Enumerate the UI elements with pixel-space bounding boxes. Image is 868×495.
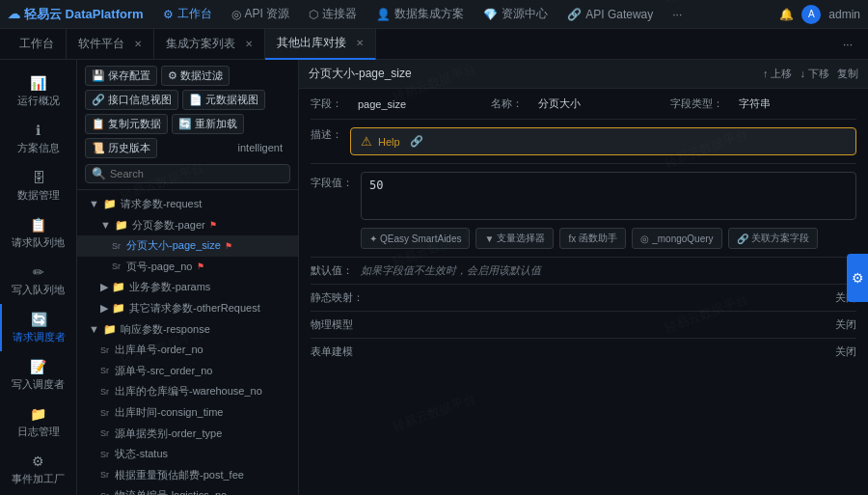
history-btn[interactable]: 📜 历史版本: [85, 138, 157, 158]
type-badge: Sr: [112, 239, 121, 253]
tree-node-request[interactable]: ▼ 📁 请求参数-request: [77, 194, 298, 215]
tab-close-warehouse[interactable]: ✕: [356, 38, 364, 48]
tree-node-pager[interactable]: ▼ 📁 分页参数-pager ⚑: [77, 215, 298, 236]
write-icon: ✏: [33, 264, 44, 281]
info-icon: ℹ: [36, 123, 41, 139]
logo-icon: ☁: [8, 7, 20, 21]
app-logo: ☁ 轻易云 DataPlatform: [8, 6, 144, 23]
copy-meta-btn[interactable]: 📋 复制元数据: [85, 114, 168, 134]
copy-icon: 📋: [92, 118, 105, 130]
queue-icon: 📋: [30, 217, 46, 234]
physics-value[interactable]: 关闭: [835, 317, 856, 332]
tab-more[interactable]: ···: [835, 38, 860, 51]
scheduler-icon: 🔄: [31, 312, 47, 328]
tab-other-warehouse[interactable]: 其他出库对接 ✕: [265, 29, 376, 60]
sidebar-item-log[interactable]: 📁 日志管理: [0, 399, 76, 446]
save-icon: 💾: [92, 69, 105, 82]
sidebar-item-write-queue[interactable]: ✏ 写入队列地: [0, 257, 76, 304]
nav-resource-center[interactable]: 💎 资源中心: [475, 4, 556, 24]
sidebar-item-write-scheduler[interactable]: 📝 写入调度者: [0, 351, 76, 399]
search-icon: 🔍: [92, 167, 106, 180]
sidebar-item-data-management[interactable]: 🗄 数据管理: [0, 162, 76, 209]
smart-aides-btn[interactable]: ✦ QEasy SmartAides: [361, 228, 470, 249]
tree-top-buttons: 💾 保存配置 ⚙ 数据过滤 🔗 接口信息视图 📄 元数据视图 📋 复: [85, 66, 290, 158]
field-info-row: 字段： page_size 名称： 分页大小 字段类型： 字符串: [299, 89, 868, 119]
nav-more[interactable]: ···: [665, 6, 690, 23]
link-icon: 🔗: [410, 135, 423, 148]
tree-node-order-no[interactable]: Sr 出库单号-order_no: [77, 340, 298, 361]
save-config-btn[interactable]: 💾 保存配置: [85, 66, 157, 86]
tree-node-logistics[interactable]: Sr 物流单编号-logistics_no: [77, 485, 298, 495]
desc-row: 描述： ⚠ Help 🔗: [299, 120, 868, 163]
type-label: 字段类型：: [670, 96, 723, 111]
settings-float-btn[interactable]: ⚙: [847, 254, 868, 302]
name-value: 分页大小: [538, 96, 656, 111]
value-row: 字段值： 50 ✦ QEasy SmartAides ▼ 支量选择器 fx 函数…: [299, 164, 868, 257]
tree-node-other-request[interactable]: ▶ 📁 其它请求参数-otherRequest: [77, 298, 298, 319]
sidebar-item-event[interactable]: ⚙ 事件加工厂: [0, 446, 76, 493]
sidebar-item-request-scheduler[interactable]: 🔄 请求调度者: [0, 304, 76, 351]
field-label: 字段：: [311, 96, 342, 111]
copy-field-btn[interactable]: 复制: [837, 67, 858, 81]
tree-node-page-no[interactable]: Sr 页号-page_no ⚑: [77, 257, 298, 278]
search-input[interactable]: [110, 168, 284, 179]
sidebar-item-request-queue[interactable]: 📋 请求队列地: [0, 209, 76, 257]
nav-connector[interactable]: ⬡ 连接器: [301, 4, 365, 24]
physics-toggle-row: 物理模型 关闭: [299, 312, 868, 338]
tree-node-post-fee[interactable]: Sr 根据重量预估邮费-post_fee: [77, 465, 298, 486]
avatar[interactable]: A: [801, 5, 821, 24]
nav-data-integration[interactable]: 👤 数据集成方案: [368, 4, 472, 24]
nav-api-gateway[interactable]: 🔗 API Gateway: [559, 6, 661, 23]
name-label: 名称：: [491, 96, 523, 111]
tab-software-platform[interactable]: 软件平台 ✕: [67, 29, 154, 60]
tree-node-src-order[interactable]: Sr 源单号-src_order_no: [77, 361, 298, 382]
field-actions: ↑ 上移 ↓ 下移 复制: [763, 67, 858, 81]
expand-icon-params: ▶: [100, 279, 108, 296]
tab-integration-list[interactable]: 集成方案列表 ✕: [154, 29, 265, 60]
meta-view-btn[interactable]: 📄 元数据视图: [182, 90, 265, 110]
data-integration-icon: 👤: [376, 8, 391, 21]
value-label: 字段值：: [311, 172, 353, 190]
static-toggle-row: 静态映射： 关闭: [299, 285, 868, 311]
value-textarea[interactable]: 50: [361, 172, 856, 220]
tree-node-response[interactable]: ▼ 📁 响应参数-response: [77, 319, 298, 341]
move-down-btn[interactable]: ↓ 下移: [800, 67, 829, 81]
tree-node-page-size[interactable]: Sr 分页大小-page_size ⚑: [77, 235, 298, 257]
selector-btn[interactable]: ▼ 支量选择器: [475, 228, 554, 249]
sidebar-item-overview[interactable]: 📊 运行概况: [0, 68, 76, 115]
interface-view-btn[interactable]: 🔗 接口信息视图: [85, 90, 178, 110]
intelligent-badge: intelligent: [231, 138, 290, 158]
connector-icon: ⬡: [309, 8, 318, 21]
nav-workbench[interactable]: ⚙ 工作台: [155, 4, 220, 24]
tab-workbench[interactable]: 工作台: [8, 29, 67, 60]
tree-node-consign-time[interactable]: Sr 出库时间-consign_time: [77, 402, 298, 424]
related-field-btn[interactable]: 🔗 关联方案字段: [728, 228, 818, 249]
reload-btn[interactable]: 🔄 重新加载: [172, 114, 244, 134]
log-icon: 📁: [30, 406, 46, 423]
nav-api-resource[interactable]: ◎ API 资源: [224, 4, 298, 24]
tree-node-order-type[interactable]: Sr 源单据类别-order_type: [77, 424, 298, 445]
flag-icon-pageno: ⚑: [197, 260, 204, 273]
logo-text: 轻易云 DataPlatform: [24, 6, 144, 23]
filter-icon: ⚙: [168, 69, 177, 82]
notification-icon[interactable]: 🔔: [779, 8, 794, 21]
tab-close-integration[interactable]: ✕: [245, 39, 253, 49]
flag-icon: ⚑: [209, 218, 217, 232]
tree-toolbar: 💾 保存配置 ⚙ 数据过滤 🔗 接口信息视图 📄 元数据视图 📋 复: [77, 60, 298, 190]
tree-node-params[interactable]: ▶ 📁 业务参数-params: [77, 277, 298, 298]
field-header: 分页大小-page_size ↑ 上移 ↓ 下移 复制: [299, 60, 868, 89]
mongo-btn[interactable]: ◎ _mongoQuery: [632, 228, 721, 249]
meta-icon: 📄: [189, 94, 203, 106]
overview-icon: 📊: [30, 75, 46, 92]
folder-icon: 📁: [115, 217, 128, 234]
tree-node-status[interactable]: Sr 状态-status: [77, 444, 298, 465]
function-btn[interactable]: fx 函数助手: [559, 228, 626, 249]
tree-node-warehouse[interactable]: Sr 出库的仓库编号-warehouse_no: [77, 381, 298, 402]
table-value[interactable]: 关闭: [835, 344, 856, 359]
data-filter-btn[interactable]: ⚙ 数据过滤: [161, 66, 230, 86]
sidebar-item-info[interactable]: ℹ 方案信息: [0, 115, 76, 162]
move-up-btn[interactable]: ↑ 上移: [763, 67, 793, 81]
search-box: 🔍: [85, 164, 290, 183]
tab-close-software[interactable]: ✕: [134, 39, 142, 49]
mongo-icon: ◎: [640, 234, 649, 244]
